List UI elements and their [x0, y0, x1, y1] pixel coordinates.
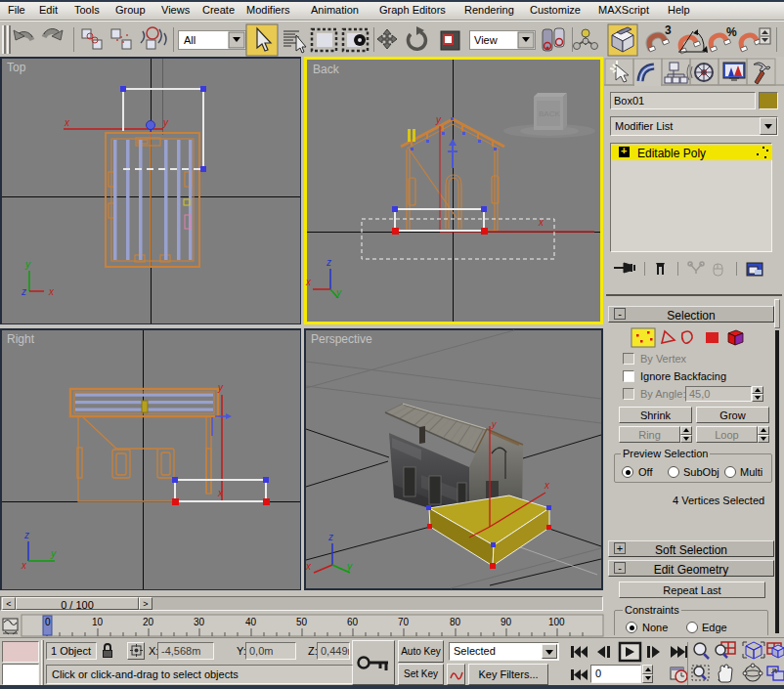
- svg-text:x: x: [21, 560, 27, 571]
- svg-text:y: y: [217, 382, 224, 393]
- svg-text:20: 20: [143, 617, 154, 627]
- svg-text:Right: Right: [7, 332, 35, 346]
- svg-text:y: y: [346, 561, 353, 572]
- svg-text:x: x: [544, 480, 550, 491]
- svg-text:90: 90: [501, 617, 512, 627]
- svg-text:x: x: [305, 277, 312, 287]
- svg-text:z: z: [326, 257, 331, 268]
- svg-text:y: y: [24, 259, 31, 270]
- svg-text:10: 10: [92, 617, 104, 627]
- svg-text:x: x: [48, 286, 55, 297]
- svg-text:z: z: [23, 530, 29, 540]
- svg-text:100: 100: [548, 617, 565, 627]
- svg-text:y: y: [335, 287, 342, 298]
- svg-text:BACK: BACK: [539, 109, 560, 118]
- svg-text:All: All: [184, 34, 196, 46]
- svg-text:3: 3: [665, 23, 672, 37]
- svg-text:y: y: [435, 114, 442, 125]
- svg-text:y: y: [491, 419, 497, 429]
- svg-text:z: z: [21, 286, 26, 297]
- svg-text:z: z: [327, 532, 333, 542]
- svg-text:x: x: [64, 117, 70, 128]
- svg-text:70: 70: [398, 617, 410, 627]
- svg-text:x: x: [217, 488, 224, 498]
- svg-text:%: %: [726, 25, 737, 39]
- svg-text:y: y: [162, 117, 169, 128]
- svg-text:Perspective: Perspective: [311, 332, 372, 346]
- svg-text:y: y: [50, 548, 57, 559]
- svg-text:40: 40: [245, 617, 257, 627]
- svg-text:30: 30: [194, 617, 205, 627]
- svg-text:60: 60: [347, 617, 359, 627]
- svg-text:View: View: [474, 34, 498, 46]
- svg-text:0: 0: [45, 617, 51, 627]
- svg-text:Top: Top: [7, 61, 26, 74]
- svg-text:Back: Back: [313, 63, 340, 76]
- svg-text:80: 80: [450, 617, 461, 627]
- svg-text:x: x: [305, 561, 312, 572]
- svg-text:50: 50: [296, 617, 308, 627]
